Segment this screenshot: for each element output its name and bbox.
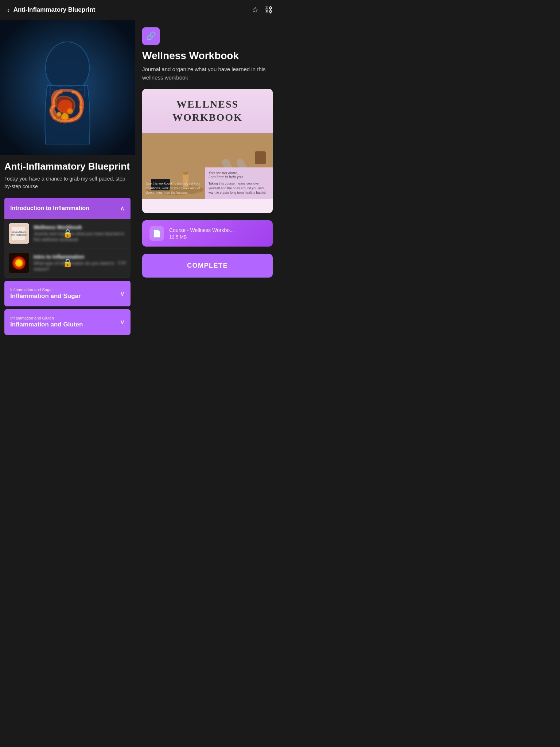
file-info: Course - Wellness Workbo... 12.5 MB	[169, 227, 265, 240]
header-icons: ☆ ⛓	[252, 5, 273, 15]
lock-icon-intro: 🔒	[63, 258, 73, 268]
header-left: ‹ Anti-Inflammatory Blueprint	[7, 6, 95, 14]
lesson-intro-thumb	[9, 253, 29, 273]
file-icon: 📄	[149, 226, 164, 241]
lesson-intro-title: Intro to Inflammation	[34, 254, 115, 260]
course-info: Anti-Inflammatory Blueprint Today you ha…	[0, 155, 135, 344]
course-title: Anti-Inflammatory Blueprint	[4, 161, 131, 172]
lesson-wellness-thumb: WELLNESS WORKBOOK	[9, 223, 29, 244]
section-gluten-large: Inflammation and Gluten	[10, 321, 83, 328]
section-gluten-chevron: ∨	[120, 318, 125, 326]
section-gluten-header[interactable]: Inflammation and Gluten Inflammation and…	[4, 309, 131, 335]
section-sugar-small: Inflammation and Sugar	[10, 287, 81, 292]
section-intro-chevron: ∧	[120, 204, 125, 212]
lock-icon-wellness: 🔒	[63, 229, 73, 238]
workbook-quote-bottom: Taking this course means you love yourse…	[209, 181, 269, 195]
section-sugar-large: Inflammation and Sugar	[10, 293, 81, 300]
lesson-wellness-title: Wellness Workbook	[34, 224, 126, 230]
section-sugar-chevron: ∨	[120, 290, 125, 298]
lesson-intro-info: Intro to Inflammation What type of infla…	[34, 254, 115, 272]
section-gluten-labels: Inflammation and Gluten Inflammation and…	[10, 316, 83, 328]
lesson-intro-duration: 5:00	[118, 260, 126, 266]
file-size: 12.5 MB	[169, 234, 265, 240]
file-attachment[interactable]: 📄 Course - Wellness Workbo... 12.5 MB	[142, 220, 273, 247]
right-column: 🔗 Wellness Workbook Journal and organize…	[135, 20, 280, 372]
hero-image	[0, 20, 135, 155]
section-sugar-header[interactable]: Inflammation and Sugar Inflammation and …	[4, 281, 131, 306]
link-icon[interactable]: ⛓	[265, 5, 273, 15]
svg-point-7	[57, 112, 61, 116]
file-doc-icon: 📄	[152, 229, 162, 238]
workbook-top: WELLNESS WORKBOOK	[142, 89, 273, 133]
section-intro-label: Introduction to Inflammation	[10, 205, 89, 212]
resource-icon-box: 🔗	[142, 27, 160, 45]
workbook-preview: WELLNESS WORKBOOK	[142, 89, 273, 213]
course-desc: Today you have a chance to grab my self-…	[4, 175, 131, 190]
svg-point-14	[15, 259, 23, 267]
workbook-quote-top: You are not alone...I am here to help yo…	[209, 171, 269, 179]
workbook-bottom-left: Use this workbook to journal, set your i…	[146, 181, 201, 195]
left-column: Anti-Inflammatory Blueprint Today you ha…	[0, 20, 135, 372]
section-gluten: Inflammation and Gluten Inflammation and…	[4, 309, 131, 335]
header: ‹ Anti-Inflammatory Blueprint ☆ ⛓	[0, 0, 280, 20]
svg-text:WORKBOOK: WORKBOOK	[11, 234, 27, 236]
svg-point-19	[183, 172, 188, 175]
workbook-photo: You are not alone...I am here to help yo…	[142, 133, 273, 199]
resource-desc: Journal and organize what you have learn…	[142, 65, 273, 82]
lesson-wellness[interactable]: WELLNESS WORKBOOK Wellness Workbook Jour…	[4, 219, 131, 248]
complete-button[interactable]: COMPLETE	[142, 254, 273, 278]
lesson-list: WELLNESS WORKBOOK Wellness Workbook Jour…	[4, 219, 131, 278]
section-sugar-labels: Inflammation and Sugar Inflammation and …	[10, 287, 81, 300]
section-sugar: Inflammation and Sugar Inflammation and …	[4, 281, 131, 306]
lesson-intro[interactable]: Intro to Inflammation What type of infla…	[4, 248, 131, 278]
resource-link-icon: 🔗	[146, 31, 156, 41]
file-name: Course - Wellness Workbo...	[169, 227, 265, 233]
lesson-intro-desc: What type of inflammation do you need to…	[34, 261, 115, 272]
section-gluten-small: Inflammation and Gluten	[10, 316, 83, 320]
svg-rect-9	[12, 227, 25, 240]
header-title: Anti-Inflammatory Blueprint	[13, 6, 96, 13]
svg-text:WELLNESS: WELLNESS	[12, 231, 26, 233]
main-layout: Anti-Inflammatory Blueprint Today you ha…	[0, 20, 280, 372]
back-button[interactable]: ‹	[7, 6, 10, 14]
svg-point-5	[67, 108, 73, 114]
workbook-top-title: WELLNESS WORKBOOK	[151, 98, 264, 124]
section-intro: Introduction to Inflammation ∧ WELLNESS …	[4, 198, 131, 278]
lesson-wellness-info: Wellness Workbook Journal and organize w…	[34, 224, 126, 243]
star-icon[interactable]: ☆	[252, 5, 259, 15]
resource-title: Wellness Workbook	[142, 50, 273, 62]
svg-rect-20	[255, 151, 266, 164]
section-intro-header[interactable]: Introduction to Inflammation ∧	[4, 198, 131, 219]
lesson-wellness-desc: Journal and organize what you have learn…	[34, 231, 126, 243]
